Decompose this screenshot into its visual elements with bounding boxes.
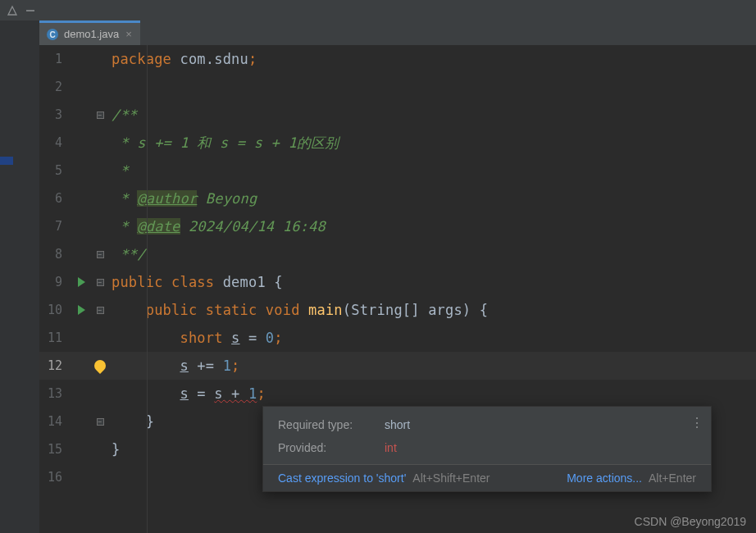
line-number: 12: [39, 358, 71, 373]
fold-icon[interactable]: −: [92, 112, 108, 119]
line-number: 14: [39, 414, 71, 429]
quick-fix-cast-link[interactable]: Cast expression to 'short': [278, 472, 406, 485]
title-bar: [0, 0, 756, 20]
line-number: 1: [39, 52, 71, 66]
fold-icon[interactable]: −: [92, 279, 108, 286]
line-number: 11: [39, 330, 71, 345]
stripe-selection: [0, 157, 13, 165]
provided-value: int: [385, 441, 696, 454]
required-label: Required type:: [278, 418, 385, 431]
run-class-icon[interactable]: [71, 277, 92, 287]
tool-window-stripe: [0, 20, 39, 533]
run-main-icon[interactable]: [71, 305, 92, 315]
line-number: 15: [39, 442, 71, 457]
line-number: 2: [39, 80, 71, 94]
fold-icon[interactable]: −: [92, 418, 108, 426]
line-number: 8: [39, 247, 71, 262]
line-number: 6: [39, 191, 71, 206]
line-number: 13: [39, 386, 71, 401]
line-number: 10: [39, 303, 71, 317]
intention-bulb-icon[interactable]: [92, 360, 108, 371]
line-number: 4: [39, 135, 71, 150]
line-number: 5: [39, 163, 71, 178]
gutter-divider: [147, 45, 148, 533]
error-tooltip: ⋮ Required type: short Provided: int Cas…: [262, 406, 712, 492]
required-value: short: [385, 418, 696, 431]
minimize-icon[interactable]: [7, 5, 18, 16]
tab-label: demo1.java: [64, 28, 119, 40]
fold-icon[interactable]: −: [92, 307, 108, 314]
editor-tab-demo1[interactable]: C demo1.java ×: [39, 20, 140, 45]
java-class-file-icon: C: [46, 28, 59, 41]
more-actions-link[interactable]: More actions...: [567, 472, 642, 485]
editor-tab-bar: C demo1.java ×: [39, 20, 756, 45]
dash-icon[interactable]: [25, 5, 36, 16]
line-number: 16: [39, 470, 71, 485]
more-options-icon[interactable]: ⋮: [690, 415, 703, 430]
svg-text:C: C: [49, 30, 55, 39]
more-actions-shortcut: Alt+Enter: [649, 472, 696, 485]
quick-fix-shortcut: Alt+Shift+Enter: [412, 472, 490, 485]
provided-label: Provided:: [278, 441, 385, 454]
close-tab-icon[interactable]: ×: [124, 28, 134, 40]
line-number: 3: [39, 107, 71, 122]
fold-icon[interactable]: −: [92, 251, 108, 258]
watermark: CSDN @Beyong2019: [635, 515, 746, 528]
line-number: 9: [39, 275, 71, 289]
svg-rect-0: [26, 10, 34, 11]
line-number: 7: [39, 219, 71, 234]
